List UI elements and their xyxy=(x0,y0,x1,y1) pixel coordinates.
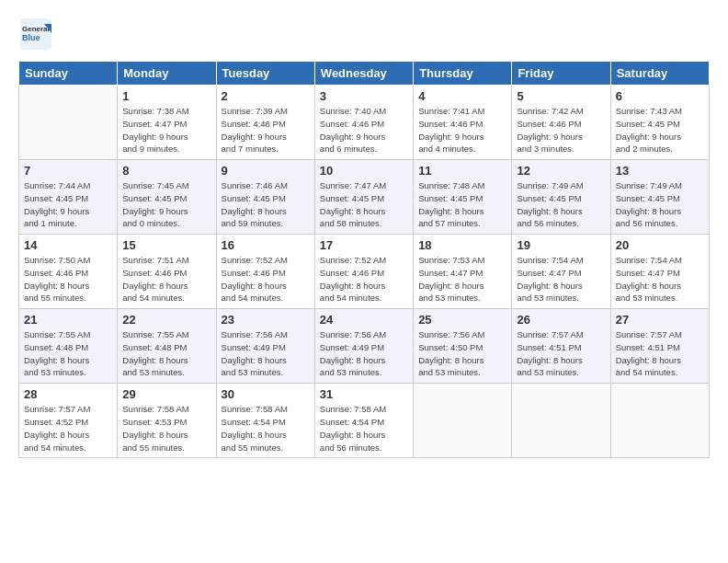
week-row-5: 28Sunrise: 7:57 AMSunset: 4:52 PMDayligh… xyxy=(19,384,710,458)
day-info: Sunrise: 7:50 AMSunset: 4:46 PMDaylight:… xyxy=(24,254,112,304)
weekday-header-saturday: Saturday xyxy=(610,62,709,86)
calendar-cell: 17Sunrise: 7:52 AMSunset: 4:46 PMDayligh… xyxy=(314,235,413,309)
day-number: 31 xyxy=(320,387,408,401)
day-number: 6 xyxy=(616,89,704,103)
weekday-header-tuesday: Tuesday xyxy=(216,62,314,86)
svg-text:General: General xyxy=(22,25,50,33)
day-info: Sunrise: 7:58 AMSunset: 4:54 PMDaylight:… xyxy=(222,403,310,454)
day-info: Sunrise: 7:55 AMSunset: 4:48 PMDaylight:… xyxy=(24,328,112,379)
day-number: 9 xyxy=(222,164,310,178)
day-info: Sunrise: 7:42 AMSunset: 4:46 PMDaylight:… xyxy=(517,105,605,155)
calendar-cell: 22Sunrise: 7:55 AMSunset: 4:48 PMDayligh… xyxy=(118,309,216,384)
day-info: Sunrise: 7:44 AMSunset: 4:45 PMDaylight:… xyxy=(24,179,112,230)
day-info: Sunrise: 7:39 AMSunset: 4:46 PMDaylight:… xyxy=(222,105,310,155)
day-number: 17 xyxy=(320,238,408,252)
calendar-cell: 4Sunrise: 7:41 AMSunset: 4:46 PMDaylight… xyxy=(414,86,512,160)
logo: General Blue xyxy=(18,17,57,52)
day-number: 30 xyxy=(222,387,310,401)
header: General Blue xyxy=(18,17,710,52)
day-info: Sunrise: 7:43 AMSunset: 4:45 PMDaylight:… xyxy=(616,105,704,155)
day-info: Sunrise: 7:56 AMSunset: 4:49 PMDaylight:… xyxy=(222,328,310,379)
calendar-cell: 11Sunrise: 7:48 AMSunset: 4:45 PMDayligh… xyxy=(414,160,512,235)
calendar-cell xyxy=(512,384,610,458)
day-number: 10 xyxy=(320,164,408,178)
day-number: 1 xyxy=(122,89,210,103)
day-info: Sunrise: 7:38 AMSunset: 4:47 PMDaylight:… xyxy=(122,105,210,155)
calendar-cell xyxy=(610,384,709,458)
calendar-cell: 16Sunrise: 7:52 AMSunset: 4:46 PMDayligh… xyxy=(216,235,314,309)
day-info: Sunrise: 7:40 AMSunset: 4:46 PMDaylight:… xyxy=(320,105,408,155)
calendar-cell: 25Sunrise: 7:56 AMSunset: 4:50 PMDayligh… xyxy=(414,309,512,384)
day-info: Sunrise: 7:54 AMSunset: 4:47 PMDaylight:… xyxy=(616,254,704,304)
calendar-cell: 23Sunrise: 7:56 AMSunset: 4:49 PMDayligh… xyxy=(216,309,314,384)
calendar-cell: 12Sunrise: 7:49 AMSunset: 4:45 PMDayligh… xyxy=(512,160,610,235)
calendar-cell xyxy=(19,86,118,160)
calendar-cell: 26Sunrise: 7:57 AMSunset: 4:51 PMDayligh… xyxy=(512,309,610,384)
day-info: Sunrise: 7:55 AMSunset: 4:48 PMDaylight:… xyxy=(122,328,210,379)
weekday-header-friday: Friday xyxy=(512,62,610,86)
day-info: Sunrise: 7:52 AMSunset: 4:46 PMDaylight:… xyxy=(222,254,310,304)
day-number: 4 xyxy=(418,89,506,103)
day-number: 3 xyxy=(320,89,408,103)
calendar-cell: 5Sunrise: 7:42 AMSunset: 4:46 PMDaylight… xyxy=(512,86,610,160)
day-info: Sunrise: 7:54 AMSunset: 4:47 PMDaylight:… xyxy=(517,254,605,304)
calendar-cell: 30Sunrise: 7:58 AMSunset: 4:54 PMDayligh… xyxy=(216,384,314,458)
day-number: 14 xyxy=(24,238,112,252)
day-number: 18 xyxy=(418,238,506,252)
calendar-cell: 20Sunrise: 7:54 AMSunset: 4:47 PMDayligh… xyxy=(610,235,709,309)
calendar-cell: 18Sunrise: 7:53 AMSunset: 4:47 PMDayligh… xyxy=(414,235,512,309)
day-info: Sunrise: 7:53 AMSunset: 4:47 PMDaylight:… xyxy=(418,254,506,304)
day-info: Sunrise: 7:52 AMSunset: 4:46 PMDaylight:… xyxy=(320,254,408,304)
day-number: 11 xyxy=(418,164,506,178)
calendar-cell: 31Sunrise: 7:58 AMSunset: 4:54 PMDayligh… xyxy=(314,384,413,458)
day-number: 8 xyxy=(122,164,210,178)
calendar-cell: 1Sunrise: 7:38 AMSunset: 4:47 PMDaylight… xyxy=(118,86,216,160)
day-info: Sunrise: 7:58 AMSunset: 4:53 PMDaylight:… xyxy=(122,403,210,454)
day-info: Sunrise: 7:58 AMSunset: 4:54 PMDaylight:… xyxy=(320,403,408,454)
calendar-cell: 24Sunrise: 7:56 AMSunset: 4:49 PMDayligh… xyxy=(314,309,413,384)
calendar-cell: 15Sunrise: 7:51 AMSunset: 4:46 PMDayligh… xyxy=(118,235,216,309)
weekday-header-thursday: Thursday xyxy=(414,62,512,86)
weekday-header-wednesday: Wednesday xyxy=(314,62,413,86)
day-info: Sunrise: 7:49 AMSunset: 4:45 PMDaylight:… xyxy=(517,179,605,230)
week-row-3: 14Sunrise: 7:50 AMSunset: 4:46 PMDayligh… xyxy=(19,235,710,309)
week-row-2: 7Sunrise: 7:44 AMSunset: 4:45 PMDaylight… xyxy=(19,160,710,235)
day-number: 15 xyxy=(122,238,210,252)
day-info: Sunrise: 7:56 AMSunset: 4:50 PMDaylight:… xyxy=(418,328,506,379)
day-number: 2 xyxy=(222,89,310,103)
calendar-cell: 9Sunrise: 7:46 AMSunset: 4:45 PMDaylight… xyxy=(216,160,314,235)
day-info: Sunrise: 7:49 AMSunset: 4:45 PMDaylight:… xyxy=(616,179,704,230)
day-info: Sunrise: 7:57 AMSunset: 4:52 PMDaylight:… xyxy=(24,403,112,454)
calendar-cell: 7Sunrise: 7:44 AMSunset: 4:45 PMDaylight… xyxy=(19,160,118,235)
calendar-cell: 8Sunrise: 7:45 AMSunset: 4:45 PMDaylight… xyxy=(118,160,216,235)
week-row-1: 1Sunrise: 7:38 AMSunset: 4:47 PMDaylight… xyxy=(19,86,710,160)
calendar-page: General Blue SundayMondayTuesdayWednesda… xyxy=(0,0,728,563)
day-info: Sunrise: 7:48 AMSunset: 4:45 PMDaylight:… xyxy=(418,179,506,230)
day-number: 28 xyxy=(24,387,112,401)
calendar-table: SundayMondayTuesdayWednesdayThursdayFrid… xyxy=(18,61,710,458)
day-info: Sunrise: 7:57 AMSunset: 4:51 PMDaylight:… xyxy=(616,328,704,379)
day-number: 12 xyxy=(517,164,605,178)
day-number: 22 xyxy=(122,313,210,327)
day-number: 13 xyxy=(616,164,704,178)
weekday-header-sunday: Sunday xyxy=(19,62,118,86)
calendar-cell: 6Sunrise: 7:43 AMSunset: 4:45 PMDaylight… xyxy=(610,86,709,160)
week-row-4: 21Sunrise: 7:55 AMSunset: 4:48 PMDayligh… xyxy=(19,309,710,384)
day-number: 20 xyxy=(616,238,704,252)
day-number: 27 xyxy=(616,313,704,327)
calendar-cell: 28Sunrise: 7:57 AMSunset: 4:52 PMDayligh… xyxy=(19,384,118,458)
calendar-cell: 27Sunrise: 7:57 AMSunset: 4:51 PMDayligh… xyxy=(610,309,709,384)
calendar-cell: 10Sunrise: 7:47 AMSunset: 4:45 PMDayligh… xyxy=(314,160,413,235)
day-number: 23 xyxy=(222,313,310,327)
calendar-cell: 21Sunrise: 7:55 AMSunset: 4:48 PMDayligh… xyxy=(19,309,118,384)
logo-icon: General Blue xyxy=(18,17,53,52)
day-number: 19 xyxy=(517,238,605,252)
calendar-cell xyxy=(414,384,512,458)
day-number: 29 xyxy=(122,387,210,401)
calendar-cell: 3Sunrise: 7:40 AMSunset: 4:46 PMDaylight… xyxy=(314,86,413,160)
day-number: 7 xyxy=(24,164,112,178)
day-info: Sunrise: 7:57 AMSunset: 4:51 PMDaylight:… xyxy=(517,328,605,379)
calendar-cell: 14Sunrise: 7:50 AMSunset: 4:46 PMDayligh… xyxy=(19,235,118,309)
day-number: 16 xyxy=(222,238,310,252)
day-number: 25 xyxy=(418,313,506,327)
